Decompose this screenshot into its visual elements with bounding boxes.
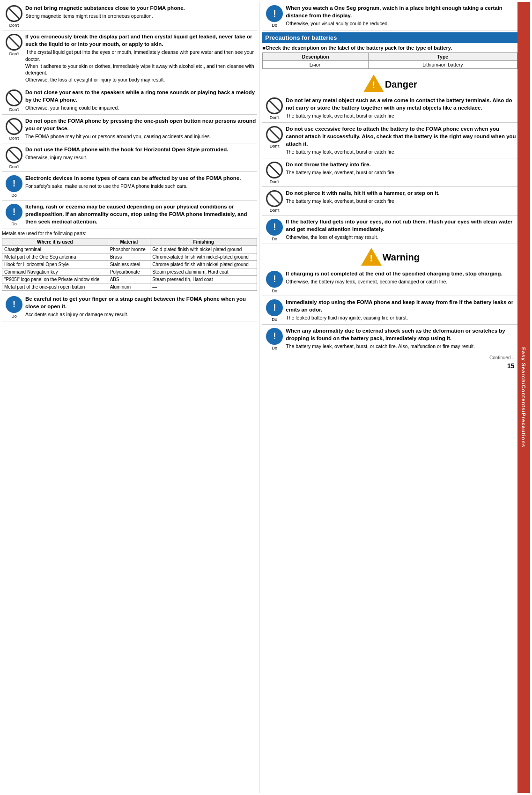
section-header: Precautions for batteries — [262, 32, 517, 43]
item-normal: Accidents such as injury or damage may r… — [25, 311, 256, 318]
do-icon-block: ! Do — [3, 295, 25, 319]
metals-cell: Charging terminal — [2, 245, 108, 253]
list-item: Don't Do not use the FOMA phone with the… — [2, 143, 257, 172]
list-item: ! Do Be careful not to get your finger o… — [2, 293, 257, 321]
metals-cell: Chrome-plated finish with nickel-plated … — [150, 253, 257, 260]
dont-icon — [6, 147, 22, 163]
dont-icon — [6, 34, 22, 51]
item-text: Do not open the FOMA phone by pressing t… — [25, 117, 256, 140]
list-item: ! Do If charging is not completed at the… — [262, 267, 517, 296]
metals-cell: Aluminum — [108, 283, 150, 290]
metals-cell: Gold-plated finish with nickel-plated gr… — [150, 245, 257, 253]
item-normal: Otherwise, the loss of eyesight may resu… — [286, 234, 516, 241]
list-item: Don't Do not open the FOMA phone by pres… — [2, 115, 257, 143]
list-item: ! Do When any abnormality due to externa… — [262, 325, 517, 353]
do-icon-block: ! Do — [3, 203, 25, 226]
metals-cell: Phosphor bronze — [108, 245, 150, 253]
dont-icon-block: Don't — [263, 161, 286, 184]
do-icon-block: ! Do — [3, 174, 25, 198]
triangle-shape: ! — [363, 74, 384, 92]
item-normal: Otherwise, the battery may leak, overhea… — [286, 278, 516, 285]
metals-table: Where it is used Material Finishing Char… — [2, 238, 257, 291]
danger-triangle-icon: ! — [362, 74, 385, 92]
list-item: Don't If you erroneously break the displ… — [2, 30, 257, 86]
dont-icon-block: Don't — [3, 117, 25, 141]
do-icon: ! — [266, 299, 283, 316]
item-normal: Otherwise, injury may result. — [25, 154, 256, 161]
danger-header-text: Danger — [385, 75, 417, 92]
dont-label: Don't — [9, 52, 19, 56]
item-normal: Otherwise, your hearing could be impaire… — [25, 104, 256, 111]
list-item: Don't Do not pierce it with nails, hit i… — [262, 187, 517, 215]
battery-col-header: Description — [263, 53, 369, 61]
dont-label: Don't — [270, 208, 280, 213]
metals-cell: Metal part of the One Seg antenna — [2, 253, 108, 260]
dont-label: Don't — [9, 136, 19, 141]
list-item: Don't Do not close your ears to the spea… — [2, 86, 257, 115]
dont-label: Don't — [270, 115, 280, 120]
danger-section-header: ! Danger — [262, 71, 517, 94]
do-icon: ! — [266, 271, 283, 288]
dont-icon-block: Don't — [3, 146, 25, 169]
dont-label: Don't — [270, 144, 280, 149]
do-icon-block: ! Do — [263, 218, 286, 241]
item-normal: The FOMA phone may hit you or persons ar… — [25, 133, 256, 140]
do-label: Do — [11, 222, 17, 226]
item-text: Do not close your ears to the speakers w… — [25, 89, 256, 111]
item-normal: The leaked battery fluid may ignite, cau… — [286, 314, 516, 321]
item-text: Do not use excessive force to attach the… — [286, 125, 516, 156]
do-icon: ! — [266, 5, 283, 22]
item-bold: Do not bring magnetic substances close t… — [25, 4, 256, 12]
continued-label: Continued→ — [489, 355, 517, 360]
do-icon: ! — [6, 175, 22, 192]
item-text: Be careful not to get your finger or a s… — [25, 295, 256, 318]
battery-cell: Li-ion — [263, 61, 369, 69]
dont-icon — [6, 89, 22, 106]
battery-table: Description Type Li-ion Lithium-ion batt… — [262, 52, 517, 69]
sidebar-tab: Easy Search/Contents/Precautions — [517, 2, 531, 793]
dont-icon-block: Don't — [263, 97, 286, 120]
dont-label: Don't — [9, 164, 19, 169]
item-bold: Do not throw the battery into fire. — [286, 161, 516, 168]
item-normal: The battery may leak, overheat, burst or… — [286, 169, 516, 176]
item-text: If you erroneously break the display par… — [25, 33, 256, 83]
do-label: Do — [272, 346, 277, 350]
item-text: Do not pierce it with nails, hit it with… — [286, 189, 516, 205]
item-normal: The battery may leak, overheat, burst or… — [286, 198, 516, 205]
dont-icon — [266, 126, 283, 143]
item-bold: Be careful not to get your finger or a s… — [25, 295, 256, 310]
item-bold: Do not close your ears to the speakers w… — [25, 89, 256, 104]
dont-icon — [6, 5, 22, 22]
metals-cell: Steam pressed aluminum, Hard coat — [150, 268, 257, 275]
dont-label: Don't — [9, 107, 19, 112]
item-normal: The battery may leak, overheat, burst or… — [286, 112, 516, 119]
item-normal: If the crystal liquid get put into the e… — [25, 49, 256, 83]
do-label: Do — [272, 237, 277, 241]
metals-cell: Stainless steel — [108, 260, 150, 268]
metals-cell: — — [150, 283, 257, 290]
item-bold: Do not let any metal object such as a wi… — [286, 97, 516, 111]
item-normal: The battery may leak, overheat, burst, o… — [286, 343, 516, 350]
battery-cell: Lithium-ion battery — [369, 61, 517, 69]
warning-triangle-icon: ! — [360, 248, 383, 266]
do-icon: ! — [6, 204, 22, 221]
do-icon: ! — [6, 296, 22, 313]
metals-cell: Polycarbonate — [108, 268, 150, 275]
item-bold: When any abnormality due to external sho… — [286, 327, 516, 342]
metals-col-header: Where it is used — [2, 238, 108, 245]
metals-col-header: Material — [108, 238, 150, 245]
dont-icon-block: Don't — [263, 189, 286, 213]
item-text: Do not use the FOMA phone with the hook … — [25, 146, 256, 161]
dont-icon — [266, 190, 283, 207]
do-label: Do — [272, 23, 277, 28]
item-bold: Immediately stop using the FOMA phone an… — [286, 298, 516, 313]
item-bold: Do not use the FOMA phone with the hook … — [25, 146, 256, 153]
metals-cell: Command Navigation key — [2, 268, 108, 275]
list-item: Don't Do not throw the battery into fire… — [262, 158, 517, 187]
battery-col-header: Type — [369, 53, 517, 61]
metals-cell: "P905i" logo panel on the Private window… — [2, 275, 108, 283]
warning-header-text: Warning — [383, 248, 420, 265]
do-label: Do — [272, 289, 277, 293]
do-icon-block: ! Do — [263, 4, 286, 28]
do-label: Do — [11, 193, 17, 198]
